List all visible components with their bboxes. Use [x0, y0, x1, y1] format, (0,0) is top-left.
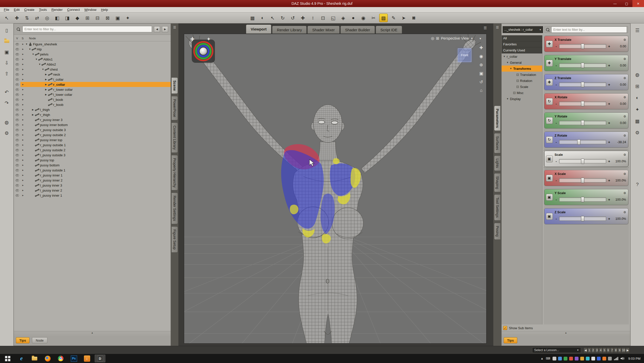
panel-collapse-handle[interactable]: ▲ [502, 331, 630, 335]
visibility-eye-icon[interactable] [14, 134, 20, 136]
selectable-pointer-icon[interactable]: ► [20, 43, 25, 45]
tab-shader-builder[interactable]: Shader Builder [340, 26, 375, 34]
visibility-eye-icon[interactable] [14, 179, 20, 182]
menu-item[interactable]: Edit [12, 8, 22, 12]
scene-node-row[interactable]: ► l_pussy inner 1 [14, 193, 171, 198]
gear-icon[interactable]: ⚙ [623, 191, 626, 195]
selectable-pointer-icon[interactable]: ► [20, 98, 25, 101]
pane-menu-icon[interactable]: ☰ [495, 25, 500, 30]
visibility-eye-icon[interactable] [14, 184, 20, 187]
increment-button[interactable]: + [607, 102, 611, 106]
gear-icon[interactable]: ⚙ [623, 76, 626, 80]
scene-node-row[interactable]: ► ▼ Hip [14, 47, 171, 52]
selectable-pointer-icon[interactable]: ► [20, 124, 25, 126]
selectable-pointer-icon[interactable]: ► [20, 103, 25, 106]
parameters-filter-input[interactable] [551, 26, 627, 33]
import-button[interactable]: ⇩ [3, 59, 11, 67]
tray-icon-2[interactable] [558, 357, 562, 360]
parameter-type-icon[interactable]: ↻ [546, 98, 553, 105]
page-next-button[interactable]: ▶ [626, 348, 629, 353]
scene-node-row[interactable]: ► ▶ r_collar [14, 82, 171, 87]
scene-node-row[interactable]: ► r_pussy outside 2 [14, 132, 171, 137]
page-number-button[interactable]: 9 [618, 348, 621, 353]
pin-node-button[interactable]: ✦ [123, 14, 132, 22]
rotate-tool[interactable]: ↻ [278, 14, 287, 22]
menu-item[interactable]: Create [22, 8, 37, 12]
slider-track[interactable] [559, 63, 606, 68]
param-tree-item[interactable]: ▼ r_collar [502, 53, 542, 59]
selectable-pointer-icon[interactable]: ► [20, 118, 25, 121]
increment-button[interactable]: + [607, 178, 611, 183]
visibility-eye-icon[interactable] [14, 68, 20, 71]
increment-button[interactable]: + [607, 83, 611, 87]
volume-icon[interactable] [621, 357, 625, 360]
scene-node-row[interactable]: ► ▼ chest [14, 67, 171, 72]
slider-knob[interactable] [581, 44, 584, 49]
slider-knob[interactable] [581, 63, 584, 68]
parameter-type-icon[interactable]: ↻ [546, 136, 553, 143]
slider-knob[interactable] [577, 139, 581, 145]
viewport-canvas[interactable]: ✚ ✦ ◎ ⊞ Perspective View ▼ ▼ ✚◉⊕▣↺⌂ Fron… [184, 34, 487, 344]
parameter-type-icon[interactable]: ✚ [546, 79, 553, 86]
selectable-pointer-icon[interactable]: ► [20, 78, 25, 81]
touch-keyboard-icon[interactable]: ⌨ [546, 357, 550, 360]
decrement-button[interactable]: - [555, 217, 558, 221]
expander-icon[interactable]: ▼ [25, 43, 29, 45]
slider-knob[interactable] [581, 197, 584, 202]
tab-posing[interactable]: Posing [494, 223, 501, 240]
scene-grid-toggle[interactable]: ▦ [248, 14, 257, 22]
distribute-nodes-button[interactable]: ◨ [63, 14, 72, 22]
sphere-gizmo-tool[interactable]: ● [349, 14, 358, 22]
tray-icon-1[interactable] [553, 357, 556, 360]
file-explorer-icon[interactable] [29, 355, 40, 362]
page-number-button[interactable]: 4 [599, 348, 602, 353]
new-file-button[interactable]: ▯ [3, 26, 11, 34]
expander-icon[interactable]: ▼ [503, 55, 507, 58]
scene-node-row[interactable]: ► r_pussy outside 1 [14, 142, 171, 147]
scene-node-row[interactable]: ► ▶ l_collar [14, 77, 171, 82]
gear-icon[interactable]: ⚙ [623, 96, 626, 99]
decrement-button[interactable]: - [555, 198, 558, 202]
visibility-eye-icon[interactable] [14, 99, 20, 101]
firefox-icon[interactable] [42, 355, 53, 362]
parameter-type-icon[interactable]: ✚ [546, 41, 553, 47]
visibility-eye-icon[interactable] [14, 104, 20, 106]
selectable-pointer-icon[interactable]: ► [20, 48, 25, 50]
selectable-pointer-icon[interactable]: ► [20, 174, 25, 176]
node-pointer-tool[interactable]: ➤ [399, 14, 408, 22]
viewport-options-dropdown-icon[interactable]: ▼ [479, 37, 482, 40]
tab-shaping[interactable]: Shaping [494, 173, 501, 192]
tray-icon-7[interactable] [586, 357, 590, 360]
scene-node-row[interactable]: ► l_pussy outside 1 [14, 168, 171, 173]
scene-node-row[interactable]: ► l_boob [14, 97, 171, 102]
page-number-button[interactable]: 10 [622, 348, 626, 353]
scene-info-button[interactable]: ▦ [633, 117, 642, 125]
selectable-pointer-icon[interactable]: ► [20, 184, 25, 187]
tab-surfaces[interactable]: Surfaces [494, 133, 501, 153]
scene-node-row[interactable]: ► r_pussy inner 1 [14, 173, 171, 178]
viewport-frame-icon[interactable]: ▣ [479, 71, 483, 76]
selectable-pointer-icon[interactable]: ► [20, 169, 25, 171]
selectable-pointer-icon[interactable]: ► [20, 194, 25, 197]
visibility-eye-icon[interactable] [14, 94, 20, 96]
menu-item[interactable]: Help [99, 8, 110, 12]
tab-render-library[interactable]: Render Library [272, 26, 307, 34]
gear-icon[interactable]: ⚙ [623, 115, 626, 118]
scale-tool[interactable]: ◱ [329, 14, 337, 22]
pane-menu-icon[interactable]: ☰ [172, 25, 177, 30]
snap-node-button[interactable]: ◆ [73, 14, 82, 22]
slider-track[interactable] [559, 121, 606, 125]
visibility-eye-icon[interactable] [14, 139, 20, 141]
geometry-editor-tool[interactable]: ◉ [359, 14, 368, 22]
selectable-pointer-icon[interactable]: ► [20, 139, 25, 141]
selectable-pointer-icon[interactable]: ► [20, 58, 25, 60]
visibility-eye-icon[interactable] [14, 58, 20, 60]
decrement-button[interactable]: - [555, 140, 558, 144]
tab-lights[interactable]: Lights [494, 156, 501, 171]
dolly-tool[interactable]: ↕ [309, 14, 317, 22]
parent-nodes-button[interactable]: ⇅ [23, 14, 31, 22]
orbit-tool[interactable]: ↺ [288, 14, 297, 22]
slider-track[interactable] [559, 159, 606, 163]
parameter-type-icon[interactable]: ▣ [546, 175, 553, 182]
unparent-node-button[interactable]: ⇄ [33, 14, 41, 22]
